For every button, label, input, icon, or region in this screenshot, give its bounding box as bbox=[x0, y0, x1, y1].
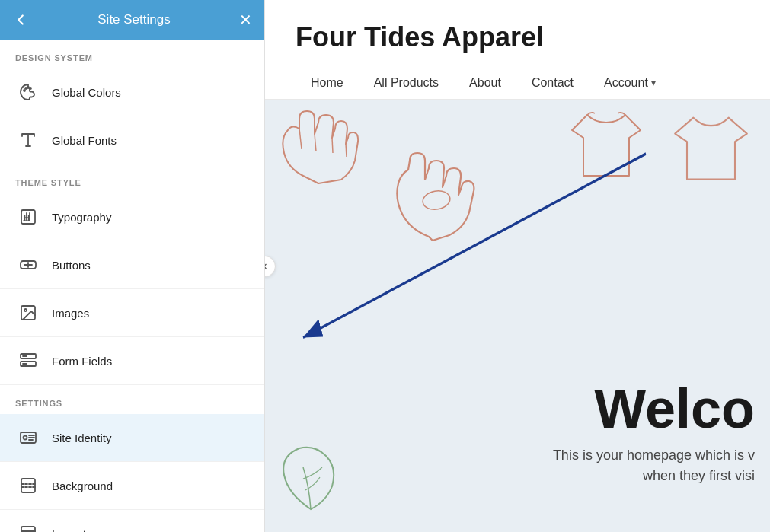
main-header: Four Tides Apparel Home All Products Abo… bbox=[265, 0, 770, 100]
nav-item-all-products[interactable]: All Products bbox=[359, 67, 454, 99]
identity-icon bbox=[15, 425, 41, 451]
sidebar-item-typography[interactable]: H Typography bbox=[0, 193, 264, 241]
sidebar-item-layout[interactable]: Layout bbox=[0, 510, 264, 532]
hero-welcome-text: Welco bbox=[553, 381, 755, 436]
svg-point-14 bbox=[24, 309, 27, 311]
sidebar-item-global-fonts[interactable]: Global Fonts bbox=[0, 116, 264, 164]
back-button[interactable] bbox=[12, 11, 29, 28]
close-button[interactable]: ✕ bbox=[239, 11, 252, 29]
nav-about-label: About bbox=[469, 76, 501, 90]
nav-home-label: Home bbox=[311, 76, 343, 90]
svg-point-31 bbox=[421, 189, 452, 212]
background-label: Background bbox=[52, 479, 113, 492]
form-icon bbox=[15, 348, 41, 374]
font-icon bbox=[15, 127, 41, 153]
nav-item-contact[interactable]: Contact bbox=[516, 67, 589, 99]
images-label: Images bbox=[52, 307, 89, 320]
form-fields-label: Form Fields bbox=[52, 355, 112, 368]
sidebar-title: Site Settings bbox=[97, 12, 170, 27]
hero-sub-text: This is your homepage which is v when th… bbox=[553, 445, 755, 486]
svg-rect-24 bbox=[21, 479, 35, 492]
hero-sub-line1: This is your homepage which is v bbox=[553, 448, 755, 463]
global-fonts-label: Global Fonts bbox=[52, 134, 117, 147]
site-identity-label: Site Identity bbox=[52, 432, 111, 444]
sidebar-item-form-fields[interactable]: Form Fields bbox=[0, 337, 264, 385]
layout-label: Layout bbox=[52, 527, 86, 533]
glove-illustration bbox=[273, 107, 364, 191]
global-colors-label: Global Colors bbox=[52, 86, 121, 99]
svg-point-20 bbox=[24, 436, 27, 440]
tshirt-illustration bbox=[671, 111, 751, 183]
hero-sub-line2: when they first visi bbox=[643, 468, 755, 483]
hero-text-area: Welco This is your homepage which is v w… bbox=[553, 381, 755, 486]
nav-item-home[interactable]: Home bbox=[296, 67, 359, 99]
svg-line-33 bbox=[303, 154, 646, 337]
nav-all-products-label: All Products bbox=[374, 76, 439, 90]
sidebar-header: Site Settings ✕ bbox=[0, 0, 264, 40]
buttons-label: Buttons bbox=[52, 259, 91, 272]
leaf-illustration bbox=[273, 441, 349, 517]
main-content: Four Tides Apparel Home All Products Abo… bbox=[265, 0, 770, 532]
button-icon bbox=[15, 252, 41, 278]
typography-icon: H bbox=[15, 204, 41, 230]
sidebar-item-buttons[interactable]: Buttons bbox=[0, 241, 264, 289]
hero-section: Welco This is your homepage which is v w… bbox=[265, 100, 770, 532]
svg-point-0 bbox=[24, 90, 25, 91]
svg-point-2 bbox=[27, 87, 29, 88]
background-icon bbox=[15, 473, 41, 499]
sidebar: Site Settings ✕ DESIGN SYSTEM Global Col… bbox=[0, 0, 265, 532]
layout-icon bbox=[15, 521, 41, 532]
sidebar-item-background[interactable]: Background bbox=[0, 462, 264, 510]
site-title: Four Tides Apparel bbox=[296, 21, 740, 53]
nav-item-account[interactable]: Account ▾ bbox=[589, 67, 671, 99]
svg-point-1 bbox=[25, 88, 27, 89]
settings-label: SETTINGS bbox=[0, 385, 264, 414]
palette-icon bbox=[15, 79, 41, 105]
sidebar-item-site-identity[interactable]: Site Identity bbox=[0, 414, 264, 462]
image-icon bbox=[15, 300, 41, 326]
nav-item-about[interactable]: About bbox=[454, 67, 516, 99]
sidebar-item-images[interactable]: Images bbox=[0, 289, 264, 337]
nav-contact-label: Contact bbox=[532, 76, 574, 90]
sidebar-item-global-colors[interactable]: Global Colors bbox=[0, 68, 264, 116]
svg-point-3 bbox=[30, 88, 31, 89]
nav-account-label: Account bbox=[604, 76, 648, 90]
hand-illustration bbox=[387, 145, 486, 244]
typography-label: Typography bbox=[52, 211, 111, 224]
chevron-down-icon: ▾ bbox=[651, 78, 656, 88]
nav-bar: Home All Products About Contact Account … bbox=[296, 67, 740, 99]
design-system-label: DESIGN SYSTEM bbox=[0, 40, 264, 68]
theme-style-label: THEME STYLE bbox=[0, 164, 264, 193]
shirt-illustration bbox=[564, 107, 648, 183]
